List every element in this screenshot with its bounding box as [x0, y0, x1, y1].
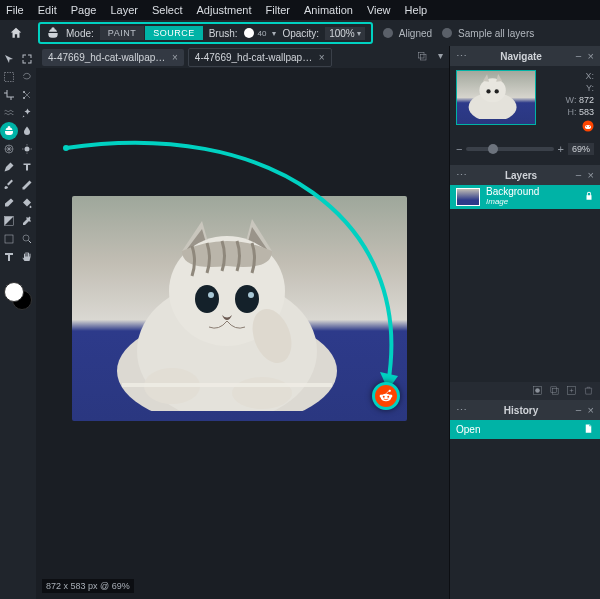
panel-title: Layers [473, 170, 569, 181]
eraser-tool-icon[interactable] [0, 194, 18, 212]
history-label: Open [456, 424, 480, 435]
zoom-in-icon[interactable]: + [558, 143, 564, 155]
navigate-panel-header: ⋯ Navigate − × [450, 46, 600, 66]
svg-point-37 [589, 126, 590, 127]
svg-point-22 [63, 145, 69, 151]
document-tab[interactable]: 4-47669_hd-cat-wallpapers-pussycat-i…× [188, 48, 332, 67]
panel-title: History [473, 405, 569, 416]
fill-tool-icon[interactable] [18, 194, 36, 212]
chevron-down-icon[interactable]: ▾ [438, 50, 443, 64]
more-icon[interactable]: ⋯ [456, 169, 467, 182]
document-tab[interactable]: 4-47669_hd-cat-wallpapers-p…× [42, 49, 184, 66]
svg-point-7 [23, 235, 29, 241]
move-tool-icon[interactable] [0, 50, 18, 68]
menu-adjustment[interactable]: Adjustment [197, 4, 252, 16]
toolbar [0, 46, 36, 599]
history-item[interactable]: Open [450, 420, 600, 439]
foreground-color[interactable] [4, 282, 24, 302]
svg-point-31 [479, 78, 505, 102]
close-icon[interactable]: × [588, 50, 594, 62]
wand-tool-icon[interactable] [18, 104, 36, 122]
pencil-tool-icon[interactable] [18, 176, 36, 194]
disperse-tool-icon[interactable] [0, 140, 18, 158]
slider-track[interactable] [466, 147, 553, 151]
lock-icon[interactable] [584, 191, 594, 203]
opacity-dropdown[interactable]: 100% ▾ [325, 27, 365, 40]
close-icon[interactable]: × [172, 52, 178, 63]
svg-point-13 [195, 285, 219, 313]
gradient-tool-icon[interactable] [0, 212, 18, 230]
navigate-thumbnail[interactable] [456, 70, 536, 125]
duplicate-icon[interactable] [549, 385, 560, 398]
lasso-tool-icon[interactable] [18, 68, 36, 86]
layers-panel-header: ⋯ Layers − × [450, 165, 600, 185]
color-swatches[interactable] [2, 280, 34, 312]
minimize-icon[interactable]: − [575, 404, 581, 416]
svg-point-36 [586, 126, 587, 127]
close-icon[interactable]: × [319, 52, 325, 63]
zoom-tool-icon[interactable] [18, 230, 36, 248]
menu-help[interactable]: Help [405, 4, 428, 16]
clone-tool-icon[interactable] [0, 122, 18, 140]
menu-edit[interactable]: Edit [38, 4, 57, 16]
close-icon[interactable]: × [588, 169, 594, 181]
menu-filter[interactable]: Filter [266, 4, 290, 16]
dodge-tool-icon[interactable] [18, 140, 36, 158]
duplicate-tab-icon[interactable] [416, 50, 428, 64]
eyedropper-tool-icon[interactable] [18, 212, 36, 230]
reddit-small-icon [566, 120, 594, 135]
shape-tool-icon[interactable] [0, 230, 18, 248]
more-icon[interactable]: ⋯ [456, 50, 467, 63]
svg-point-28 [387, 396, 389, 398]
type-tool-icon[interactable] [18, 158, 36, 176]
sample-all-option[interactable]: Sample all layers [442, 28, 534, 39]
close-icon[interactable]: × [588, 404, 594, 416]
trash-icon[interactable] [583, 385, 594, 398]
text-tool-icon[interactable] [0, 248, 18, 266]
svg-point-15 [208, 292, 214, 298]
menu-page[interactable]: Page [71, 4, 97, 16]
svg-point-25 [380, 395, 383, 398]
menu-file[interactable]: File [6, 4, 24, 16]
aligned-option[interactable]: Aligned [383, 28, 432, 39]
mode-source-button[interactable]: SOURCE [145, 26, 203, 40]
mask-icon[interactable] [532, 385, 543, 398]
liquify-tool-icon[interactable] [0, 104, 18, 122]
clone-stamp-icon [46, 26, 60, 40]
minimize-icon[interactable]: − [575, 169, 581, 181]
pen-tool-icon[interactable] [0, 158, 18, 176]
minimize-icon[interactable]: − [575, 50, 581, 62]
layers-actions [450, 382, 600, 400]
svg-rect-8 [419, 53, 425, 59]
cutout-tool-icon[interactable] [18, 86, 36, 104]
brush-tool-icon[interactable] [0, 176, 18, 194]
crop-tool-icon[interactable] [0, 86, 18, 104]
brush-preview-icon[interactable] [244, 28, 254, 38]
svg-point-27 [383, 396, 385, 398]
blur-tool-icon[interactable] [18, 122, 36, 140]
zoom-out-icon[interactable]: − [456, 143, 462, 155]
menu-animation[interactable]: Animation [304, 4, 353, 16]
svg-point-16 [248, 292, 254, 298]
mode-paint-button[interactable]: PAINT [100, 26, 144, 40]
slider-knob[interactable] [488, 144, 498, 154]
artboard-tool-icon[interactable] [18, 50, 36, 68]
layer-item[interactable]: Background Image [450, 185, 600, 209]
chevron-down-icon[interactable]: ▾ [272, 29, 276, 38]
home-icon[interactable] [4, 21, 28, 45]
svg-point-19 [232, 377, 292, 409]
canvas[interactable]: 872 x 583 px @ 69% [36, 68, 449, 599]
add-icon[interactable] [566, 385, 577, 398]
svg-point-35 [585, 125, 591, 129]
menu-view[interactable]: View [367, 4, 391, 16]
svg-point-32 [486, 89, 490, 93]
menu-layer[interactable]: Layer [110, 4, 138, 16]
workspace: 4-47669_hd-cat-wallpapers-p…× 4-47669_hd… [36, 46, 450, 599]
marquee-tool-icon[interactable] [0, 68, 18, 86]
menu-select[interactable]: Select [152, 4, 183, 16]
svg-rect-40 [551, 386, 557, 392]
more-icon[interactable]: ⋯ [456, 404, 467, 417]
brush-label: Brush: [209, 28, 238, 39]
hand-tool-icon[interactable] [18, 248, 36, 266]
zoom-slider[interactable]: − + 69% [450, 139, 600, 159]
